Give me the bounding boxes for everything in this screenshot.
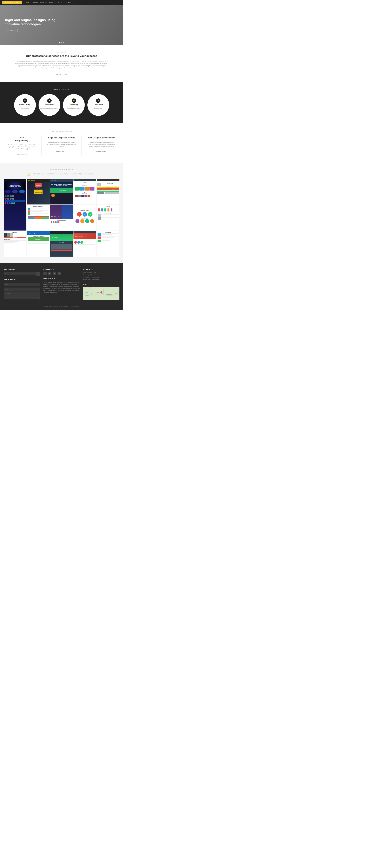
featured-divider-1 — [41, 136, 42, 155]
service-title-mobile: Mobile Apps — [45, 104, 54, 105]
footer-col-contacts: CONTACTS 9663 - 9667 Mill Road, Cambridg… — [83, 268, 119, 300]
service-card-interface: ✏ Interface Design Designing user-friend… — [14, 94, 36, 116]
hero-dot-3[interactable] — [63, 42, 64, 43]
map-placeholder — [83, 287, 119, 300]
filter-tab-animation[interactable]: ANIMATION — [59, 173, 68, 176]
featured-logo-identity: Logo and Corporate Identity Explore our … — [45, 136, 78, 155]
welcome-section: WELCOME Our professional services are th… — [0, 45, 123, 82]
filter-tab-landing[interactable]: LANDING PAGE — [71, 173, 82, 176]
support-icon: ↗ — [96, 98, 100, 103]
featured-logo-title: Logo and Corporate Identity — [47, 136, 76, 139]
information-text: We are a digital design agency and we ar… — [43, 281, 80, 293]
footer-privacy-link[interactable]: Privacy Policy — [71, 306, 79, 307]
newsletter-submit-button[interactable]: → — [36, 272, 40, 276]
portfolio-item-circles[interactable]: FEATURED WORKS P1 P2 P3 SHOWCASE GOODS A… — [73, 205, 96, 230]
portfolio-item-degrees[interactable]: Degrees & Programs Degrees & Programs Se… — [27, 231, 50, 256]
contact-message-input[interactable] — [4, 291, 40, 299]
main-nav: HOME ABOUT US SERVICES PORTFOLIO BLOG CO… — [26, 2, 71, 3]
portfolio-item-welcome[interactable]: CONNECT WELCOMETO OUR SITE ✓ ✓ ✓ ✓ MEETO… — [73, 179, 96, 205]
featured-logo-link[interactable]: LEARN MORE — [57, 151, 67, 152]
nav-portfolio[interactable]: PORTFOLIO — [49, 2, 56, 3]
welcome-title: Our professional services are the keys t… — [14, 54, 109, 57]
contact-submit-button[interactable]: → — [36, 297, 39, 299]
hero-dot-2[interactable] — [61, 42, 62, 43]
nav-contacts[interactable]: CONTACTS — [64, 2, 71, 3]
information-title: INFORMATION — [43, 278, 80, 279]
portfolio-item-cables[interactable]: Electronics SALE ITEMS — [4, 231, 26, 256]
contacts-address: 9663 - 9667 Mill Road, — [83, 272, 119, 274]
portfolio-item-business[interactable]: Business Cases — [27, 205, 50, 230]
featured-logo-text: Explore our selection of logo design and… — [47, 141, 76, 147]
hero-learn-more-button[interactable]: LEARN MORE — [4, 29, 18, 32]
contacts-telephone: Telephone: +1 800 603 6035 — [83, 276, 119, 279]
filter-tab-webdesign[interactable]: WEB DESIGN — [33, 173, 43, 176]
portfolio-item-product[interactable]: Products item item item — [97, 205, 119, 230]
portfolio-item-sport[interactable]: Sport & Fitness Store NEWSLETTER WOMEN'S… — [27, 179, 50, 205]
contact-name-input[interactable] — [4, 283, 40, 286]
logo: DESIGN STUDIO — [2, 1, 22, 4]
footer-col-newsletter: NEWSLETTER → GET IN TOUCH → — [4, 268, 40, 300]
featured-webdesign-link[interactable]: LEARN MORE — [96, 151, 106, 152]
social-links: f g+ t in — [43, 272, 80, 275]
header: DESIGN STUDIO HOME ABOUT US SERVICES POR… — [0, 0, 123, 5]
portfolio-item-edge[interactable]: DING EDGE SUPERIOR SOLUTIONS TO YOURBUSI… — [50, 179, 73, 205]
hero-dot-1[interactable] — [59, 42, 60, 43]
hero-section: Bright and original designs using innova… — [0, 5, 123, 45]
services-section: MAIN SERVICES ✏ Interface Design Designi… — [0, 82, 123, 123]
contacts-title: CONTACTS — [83, 268, 119, 270]
welcome-label: WELCOME — [14, 51, 109, 53]
service-dots-interface: ••• — [24, 110, 26, 112]
portfolio-item-candidate[interactable]: Political Candidate's Biography Importan… — [50, 205, 73, 230]
nav-home[interactable]: HOME — [26, 2, 30, 3]
featured-web-link[interactable]: LEARN MORE — [17, 154, 27, 155]
portfolio-item-ecom-blog[interactable]: LATEST FROM THE BLOG STARTING FRESH blog… — [97, 179, 119, 205]
mobile-icon: ✦ — [47, 98, 52, 103]
service-card-mobile: ✦ Mobile Apps We have the extensive expe… — [38, 94, 60, 116]
welcome-learn-more-link[interactable]: LEARN MORE — [56, 73, 67, 75]
service-text-support: Providing 24/7 assistance without any hi… — [89, 106, 107, 109]
logo-text: DESIGN STUDIO — [4, 2, 20, 4]
newsletter-email-input[interactable] — [4, 272, 40, 275]
follow-us-title: FOLLOW US — [43, 268, 80, 270]
featured-section: FEATURED SERVICES WebProgramming This of… — [0, 123, 123, 162]
nav-blog[interactable]: BLOG — [58, 2, 62, 3]
social-facebook[interactable]: f — [43, 272, 47, 275]
social-linkedin[interactable]: in — [58, 272, 61, 275]
portfolio-item-contact[interactable]: 📍 CONTACT US Get In Touch SEND MESSAGE — [50, 231, 73, 256]
portfolio-item-space[interactable]: ★ SPACE Find everything youwanted to kno… — [4, 179, 26, 230]
contacts-email: E-mail: mail@demosime.org — [83, 278, 119, 281]
welcome-text: Nowadays, almost everyone has a website.… — [14, 60, 109, 69]
footer-copyright: Design studio © 2016 All Rights Reserved — [44, 306, 68, 307]
creative-section: OUR CREATIVE WORKS ALL WEB DESIGN ILLUST… — [0, 163, 123, 263]
hero-dots — [59, 42, 64, 43]
featured-web-title: WebProgramming — [7, 136, 36, 142]
hero-title: Bright and original designs using innova… — [4, 18, 58, 27]
social-twitter[interactable]: t — [53, 272, 56, 275]
filter-tab-illustration[interactable]: ILLUSTRATION — [45, 173, 57, 176]
hero-content: Bright and original designs using innova… — [4, 18, 119, 32]
filter-tab-all[interactable]: ALL — [28, 173, 30, 176]
services-label: MAIN SERVICES — [4, 89, 119, 91]
filter-tab-ecommerce[interactable]: E-COMMERCE — [85, 173, 96, 176]
featured-web-programming: WebProgramming This often involves a hig… — [5, 136, 38, 155]
footer: NEWSLETTER → GET IN TOUCH → FOLLOW US f … — [0, 263, 123, 310]
service-card-storytelling: 💡 Storytelling Creating engaging stories… — [63, 94, 85, 116]
featured-label: FEATURED SERVICES — [5, 130, 118, 132]
nav-services[interactable]: SERVICES — [40, 2, 47, 3]
portfolio-item-team[interactable]: TEAM PROFILE About our experts — [73, 231, 96, 256]
service-title-storytelling: Storytelling — [70, 104, 78, 105]
map-title: MAP — [83, 283, 119, 285]
service-text-storytelling: Creating engaging stories that are both … — [65, 106, 83, 109]
contact-email-input[interactable] — [4, 287, 40, 290]
get-in-touch-title: GET IN TOUCH — [4, 279, 40, 281]
featured-grid: WebProgramming This often involves a hig… — [5, 136, 118, 155]
service-title-interface: Interface Design — [19, 104, 30, 105]
featured-webdesign-title: Web Design & Development — [87, 136, 116, 139]
portfolio-item-news[interactable]: Latest News — [97, 231, 119, 256]
service-text-interface: Designing user-friendly and easy-to-foll… — [16, 106, 34, 109]
map-visual — [83, 287, 119, 300]
featured-webdesign-text: We create websites your customers will l… — [87, 141, 116, 147]
social-google[interactable]: g+ — [48, 272, 52, 275]
service-card-support: ↗ Free Support Providing 24/7 assistance… — [87, 94, 109, 116]
nav-about[interactable]: ABOUT US — [32, 2, 38, 3]
